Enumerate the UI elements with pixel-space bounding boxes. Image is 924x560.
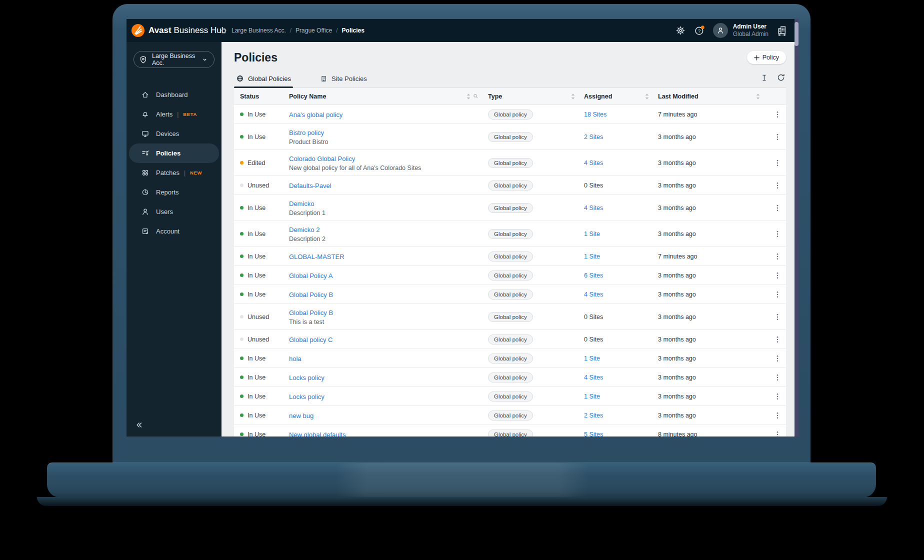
table-row[interactable]: In UseNew global defaultsGlobal policy5 …	[234, 425, 786, 436]
table-row[interactable]: EditedColorado Global PolicyNew global p…	[234, 150, 786, 176]
kebab-menu-icon[interactable]	[769, 159, 786, 167]
policy-name-link[interactable]: Demicko 2	[289, 226, 320, 234]
table-row[interactable]: UnusedGlobal policy CGlobal policy0 Site…	[234, 330, 786, 349]
assigned-sites-link[interactable]: 2 Sites	[584, 412, 658, 419]
assigned-sites-link[interactable]: 6 Sites	[584, 272, 658, 279]
table-row[interactable]: In UseAna's global policyGlobal policy18…	[234, 105, 786, 124]
avatar[interactable]	[713, 23, 728, 38]
policy-name-link[interactable]: Ana's global policy	[289, 111, 342, 118]
kebab-menu-icon[interactable]	[769, 290, 786, 298]
policy-name-link[interactable]: New global defaults	[289, 431, 346, 436]
tab-site-policies[interactable]: Site Policies	[318, 71, 369, 88]
table-row[interactable]: In UseLocks policyGlobal policy1 Site3 m…	[234, 387, 786, 406]
type-cell: Global policy	[488, 354, 584, 364]
assigned-sites-link[interactable]: 1 Site	[584, 253, 658, 260]
policy-name-link[interactable]: GLOBAL-MASTER	[289, 253, 344, 260]
kebab-menu-icon[interactable]	[769, 354, 786, 362]
column-type: Type	[488, 93, 584, 100]
breadcrumb-item-account[interactable]: Large Business Acc.	[232, 27, 286, 34]
sidebar-item-devices[interactable]: Devices	[126, 124, 222, 144]
sidebar-item-account[interactable]: Account	[126, 222, 222, 241]
policy-name-link[interactable]: new bug	[289, 412, 314, 420]
gear-icon[interactable]	[675, 25, 686, 36]
account-selector[interactable]: Large Business Acc.	[134, 51, 214, 68]
status-cell: In Use	[240, 412, 289, 419]
kebab-menu-icon[interactable]	[769, 336, 786, 344]
assigned-sites-link[interactable]: 1 Site	[584, 230, 658, 238]
policy-name-link[interactable]: Locks policy	[289, 393, 324, 400]
sort-icon	[571, 94, 575, 100]
kebab-menu-icon[interactable]	[769, 133, 786, 141]
kebab-menu-icon[interactable]	[769, 230, 786, 238]
add-policy-button[interactable]: Policy	[747, 51, 786, 64]
sidebar-item-users[interactable]: Users	[126, 202, 222, 222]
sidebar-item-alerts[interactable]: Alerts|BETA	[126, 104, 222, 124]
assigned-sites-link[interactable]: 5 Sites	[584, 431, 658, 437]
table-row[interactable]: In UseGlobal Policy BGlobal policy4 Site…	[234, 285, 786, 304]
kebab-menu-icon[interactable]	[769, 204, 786, 212]
table-row[interactable]: In Usenew bugGlobal policy2 Sites3 month…	[234, 406, 786, 425]
sorter-policy-name[interactable]	[466, 93, 479, 100]
policy-name-link[interactable]: Defaults-Pavel	[289, 182, 332, 190]
table-row[interactable]: In UseGLOBAL-MASTERGlobal policy1 Site7 …	[234, 247, 786, 266]
table-row[interactable]: UnusedDefaults-PavelGlobal policy0 Sites…	[234, 176, 786, 195]
sidebar-item-patches[interactable]: Patches|NEW	[126, 163, 222, 182]
text-cursor-icon[interactable]	[759, 72, 769, 82]
table-row[interactable]: In UseBistro policyProduct BistroGlobal …	[234, 124, 786, 150]
kebab-menu-icon[interactable]	[769, 430, 786, 437]
policy-name-link[interactable]: Demicko	[289, 200, 314, 208]
brand-logo[interactable]: Avast Business Hub	[126, 24, 220, 37]
policy-name-link[interactable]: Colorado Global Policy	[289, 155, 355, 162]
table-row[interactable]: In UseholaGlobal policy1 Site3 months ag…	[234, 349, 786, 368]
search-icon[interactable]	[472, 93, 479, 100]
scrollbar-thumb[interactable]	[794, 22, 798, 46]
policy-name-link[interactable]: Global Policy B	[289, 291, 333, 298]
home-icon[interactable]	[220, 27, 228, 34]
kebab-menu-icon[interactable]	[769, 182, 786, 190]
table-row[interactable]: In UseDemickoDescription 1Global policy4…	[234, 195, 786, 221]
policy-name-link[interactable]: Locks policy	[289, 374, 324, 382]
kebab-menu-icon[interactable]	[769, 392, 786, 400]
sidebar-item-dashboard[interactable]: Dashboard	[126, 85, 222, 104]
assigned-sites-link[interactable]: 1 Site	[584, 393, 658, 400]
kebab-menu-icon[interactable]	[769, 252, 786, 260]
kebab-menu-icon[interactable]	[769, 272, 786, 280]
table-row[interactable]: In UseGlobal Policy AGlobal policy6 Site…	[234, 266, 786, 285]
badge-divider: |	[184, 170, 186, 176]
kebab-menu-icon[interactable]	[769, 374, 786, 382]
policy-name-link[interactable]: Global Policy A	[289, 272, 332, 280]
sorter-last-modified[interactable]	[756, 94, 760, 100]
assigned-sites-link[interactable]: 4 Sites	[584, 374, 658, 381]
kebab-menu-icon[interactable]	[769, 110, 786, 118]
help-icon[interactable]: ?	[694, 25, 705, 36]
policy-name-link[interactable]: Global Policy B	[289, 309, 333, 316]
tab-global-policies[interactable]: Global Policies	[234, 70, 293, 88]
table-row[interactable]: In UseDemicko 2Description 2Global polic…	[234, 221, 786, 247]
assigned-sites-link[interactable]: 4 Sites	[584, 160, 658, 166]
kebab-menu-icon[interactable]	[769, 313, 786, 321]
table-row[interactable]: In UseLocks policyGlobal policy4 Sites3 …	[234, 368, 786, 387]
sidebar-item-policies[interactable]: Policies	[129, 144, 219, 163]
collapse-left-icon[interactable]	[134, 420, 144, 430]
policy-name-link[interactable]: Global policy C	[289, 336, 332, 344]
assigned-sites-link[interactable]: 18 Sites	[584, 111, 658, 118]
policy-name-link[interactable]: Bistro policy	[289, 129, 324, 136]
kebab-menu-icon[interactable]	[769, 412, 786, 420]
breadcrumb-item-site[interactable]: Prague Office	[296, 27, 332, 34]
page-scrollbar[interactable]	[794, 19, 798, 436]
policy-name-link[interactable]: hola	[289, 355, 302, 362]
assigned-sites-link[interactable]: 4 Sites	[584, 204, 658, 212]
user-block[interactable]: Admin User Global Admin	[733, 23, 768, 38]
assigned-sites-link[interactable]: 1 Site	[584, 355, 658, 362]
refresh-icon[interactable]	[776, 72, 786, 82]
sidebar-item-reports[interactable]: Reports	[126, 182, 222, 202]
assigned-sites-link[interactable]: 2 Sites	[584, 134, 658, 140]
policy-name-cell: Colorado Global PolicyNew global policy …	[289, 153, 488, 172]
tabs: Global Policies Site Policies	[234, 70, 786, 88]
assigned-sites-link[interactable]: 4 Sites	[584, 291, 658, 298]
sorter-type[interactable]	[571, 94, 575, 100]
table-row[interactable]: UnusedGlobal Policy BThis is a testGloba…	[234, 304, 786, 330]
org-switcher-icon[interactable]	[776, 25, 788, 36]
sorter-assigned[interactable]	[645, 94, 649, 100]
policy-name-cell: Defaults-Pavel	[289, 180, 488, 191]
